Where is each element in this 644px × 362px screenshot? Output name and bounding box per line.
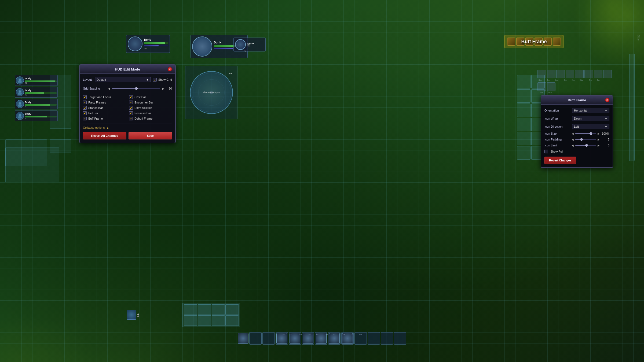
bottom-frame-slot-1[interactable]: [184, 304, 197, 315]
icon-padding-slider[interactable]: [575, 139, 596, 140]
option-cast-bar-checkbox[interactable]: ✔: [129, 95, 133, 99]
icon-limit-left-arrow[interactable]: ◀: [572, 144, 574, 147]
icon-padding-left-arrow[interactable]: ◀: [572, 138, 574, 141]
right-grid-slot-1[interactable]: [517, 75, 530, 88]
buff-dialog-titlebar: Buff Frame ✕: [541, 96, 613, 105]
show-grid-checkbox[interactable]: ✔: [153, 78, 157, 82]
grid-spacing-slider[interactable]: [112, 88, 160, 89]
focus-info: Dorfy 70: [247, 42, 254, 47]
bar-label-3: c·3: [297, 333, 304, 336]
options-grid: ✔ Target and Focus ✔ Cast Bar ✔ Party Fr…: [83, 95, 172, 120]
option-target-focus-checkbox[interactable]: ✔: [83, 95, 87, 99]
bar-label-7: c·7: [331, 333, 339, 336]
buff-row-top: 8m 7m 6m 5m 4m 3m 2m 1m 11m 10m: [537, 70, 612, 94]
bottom-frame-slot-8[interactable]: [225, 315, 239, 326]
orientation-dropdown-arrow: ▼: [605, 109, 608, 112]
option-debuff-frame-checkbox[interactable]: ✔: [129, 117, 133, 120]
svg-point-6: [19, 114, 21, 116]
stance-icon-main[interactable]: [127, 310, 136, 320]
show-full-checkbox[interactable]: [544, 150, 548, 153]
option-buff-frame-checkbox[interactable]: ✔: [83, 117, 87, 120]
bar-label-9: c·8: [348, 333, 356, 336]
layout-label: Layout:: [83, 78, 93, 81]
orientation-dropdown[interactable]: Horizontal ▼: [572, 108, 609, 113]
option-party-frames-label: Party Frames: [88, 101, 106, 104]
action-slot-10[interactable]: [368, 332, 380, 345]
target-frame[interactable]: Dorfy 70: [126, 35, 170, 53]
bar-label-2: c·2: [288, 333, 296, 336]
action-slot-special[interactable]: [238, 333, 248, 344]
option-possess-bar-checkbox[interactable]: ✔: [129, 111, 133, 115]
action-slot-2[interactable]: [262, 332, 275, 345]
focus-frame[interactable]: Dorfy 70: [233, 38, 266, 51]
buff-dialog-title: Buff Frame: [549, 98, 605, 102]
action-slot-1[interactable]: [249, 332, 262, 345]
buff-icon-4: [535, 38, 543, 46]
icon-size-right-arrow[interactable]: ▶: [598, 132, 600, 135]
hud-edit-dialog: HUD Edit Mode ✕ Layout: Default ▼ ✔ Show…: [79, 64, 176, 143]
bar-label-6: c·6: [323, 333, 330, 336]
icon-padding-right-arrow[interactable]: ▶: [598, 138, 600, 141]
icon-limit-slider[interactable]: [575, 145, 596, 146]
right-grid-slot-3[interactable]: [517, 89, 530, 103]
layout-row: Layout: Default ▼ ✔ Show Grid: [83, 77, 172, 82]
buff-dialog-close-button[interactable]: ✕: [605, 98, 609, 102]
action-slot-11[interactable]: [381, 332, 393, 345]
buff-timer-4: 5m: [564, 79, 566, 81]
collapse-options-row: Collapse options ▲: [83, 124, 172, 129]
option-extra-abilities-checkbox[interactable]: ✔: [129, 106, 133, 110]
option-encounter-bar-checkbox[interactable]: ✔: [129, 101, 133, 104]
buff-slot-3: [556, 70, 565, 78]
icon-wrap-row: Icon Wrap Down ▼: [544, 116, 609, 121]
right-grid-slot-7[interactable]: [517, 118, 530, 131]
target-mana-bar: [144, 45, 168, 46]
minimap-area[interactable]: The Azure Span 1:45: [185, 66, 237, 119]
collapse-arrow-icon[interactable]: ▲: [106, 126, 109, 129]
grid-spacing-right-arrow[interactable]: ▶: [162, 87, 164, 90]
hud-body: Layout: Default ▼ ✔ Show Grid Grid Spaci…: [80, 74, 175, 143]
icon-size-slider[interactable]: [575, 133, 596, 134]
svg-point-1: [18, 81, 22, 83]
grid-spacing-left-arrow[interactable]: ◀: [108, 87, 110, 90]
scrollbar-right[interactable]: [629, 54, 635, 161]
bottom-frame-slot-5[interactable]: [184, 315, 197, 326]
bottom-frame-slot-6[interactable]: [198, 315, 211, 326]
buff-icon-2: [516, 38, 524, 46]
buff-frame-top[interactable]: Buff Frame: [504, 35, 564, 48]
option-pet-bar-checkbox[interactable]: ✔: [83, 111, 87, 115]
svg-point-2: [19, 90, 21, 93]
option-extra-abilities: ✔ Extra Abilities: [129, 106, 172, 110]
bottom-frame-slot-4[interactable]: [225, 304, 239, 315]
right-grid-slot-11[interactable]: [517, 146, 530, 160]
option-pet-bar-label: Pet Bar: [88, 112, 98, 115]
bar-label-10: c·8: [357, 333, 364, 336]
save-button[interactable]: Save: [129, 132, 172, 139]
right-grid-slot-2[interactable]: [531, 75, 545, 88]
buff-timer-7: 2m: [589, 79, 592, 81]
action-slot-12[interactable]: [394, 332, 406, 345]
show-full-row: Show Full: [544, 150, 609, 153]
grid-overlay: [0, 0, 644, 362]
layout-dropdown-arrow: ▼: [146, 78, 149, 81]
bottom-frame-slot-2[interactable]: [198, 304, 211, 315]
icon-padding-row: Icon Padding ◀ ▶ 5: [544, 138, 609, 141]
bottom-frame-slot-3[interactable]: [212, 304, 225, 315]
icon-limit-right-arrow[interactable]: ▶: [598, 144, 600, 147]
layout-select[interactable]: Default ▼: [95, 77, 151, 82]
hud-close-button[interactable]: ✕: [168, 67, 172, 71]
buff-icon-6: [553, 38, 561, 46]
option-stance-bar-checkbox[interactable]: ✔: [83, 106, 87, 110]
buff-revert-changes-button[interactable]: Revert Changes: [544, 157, 576, 164]
icon-wrap-dropdown[interactable]: Down ▼: [572, 116, 609, 121]
bottom-frame-slot-7[interactable]: [212, 315, 225, 326]
focus-name: Dorfy: [247, 42, 254, 45]
icon-direction-dropdown[interactable]: Left ▼: [572, 124, 609, 129]
option-party-frames-checkbox[interactable]: ✔: [83, 101, 87, 104]
option-stance-bar-label: Stance Bar: [88, 106, 103, 109]
stance-chevron-up[interactable]: [137, 313, 140, 317]
right-grid-slot-9[interactable]: [517, 132, 530, 145]
focus-avatar: [235, 39, 246, 50]
right-grid-slot-5[interactable]: [517, 104, 530, 117]
icon-size-left-arrow[interactable]: ◀: [572, 132, 574, 135]
revert-all-changes-button[interactable]: Revert All Changes: [83, 132, 126, 139]
